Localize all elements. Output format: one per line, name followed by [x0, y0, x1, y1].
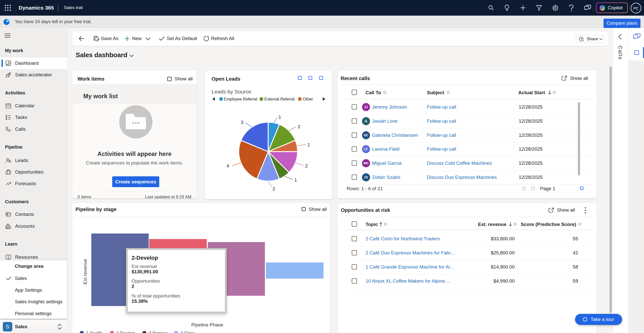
svg-text:4: 4 [226, 163, 229, 169]
svg-text:2: 2 [298, 124, 300, 129]
svg-text:1: 1 [307, 142, 310, 147]
svg-text:1: 1 [294, 177, 297, 183]
svg-text:2: 2 [305, 163, 308, 169]
svg-text:1: 1 [278, 114, 281, 120]
svg-text:2: 2 [272, 186, 275, 191]
svg-text:3: 3 [241, 120, 244, 125]
